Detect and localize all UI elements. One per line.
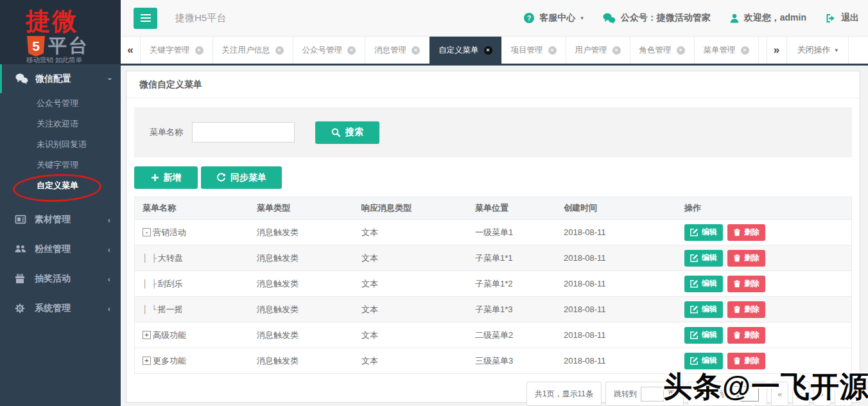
close-operations-dropdown[interactable]: 关闭操作 ▾ — [787, 37, 849, 64]
delete-button[interactable]: 删除 — [727, 353, 765, 369]
menu-name-cell: -营销活动 — [135, 227, 257, 238]
tab-label: 项目管理 — [511, 45, 543, 56]
tab-公众号管理[interactable]: 公众号管理× — [293, 37, 366, 64]
logout-button[interactable]: 退出 — [826, 12, 859, 24]
created-time-cell: 2018-08-11 — [564, 304, 684, 314]
edit-icon — [690, 305, 699, 313]
edit-icon — [690, 357, 699, 365]
tab-close-icon[interactable]: × — [412, 46, 420, 55]
pager-nav-button[interactable]: « — [771, 382, 788, 406]
user-icon — [730, 13, 739, 23]
app-title: 捷微H5平台 — [175, 12, 226, 24]
tab-菜单管理[interactable]: 菜单管理× — [695, 37, 759, 64]
created-time-cell: 2018-08-11 — [564, 279, 684, 288]
tab-用户管理[interactable]: 用户管理× — [566, 37, 630, 64]
pager-nav-button[interactable]: » — [835, 382, 852, 406]
tab-label: 用户管理 — [575, 45, 607, 56]
menu-name: 营销活动 — [153, 227, 186, 238]
trash-icon — [733, 357, 741, 365]
add-button[interactable]: 新增 — [134, 166, 198, 189]
service-center-label: 客服中心 — [539, 12, 575, 24]
sidebar-item-自定义菜单[interactable]: 自定义菜单 — [0, 175, 121, 196]
chevron-left-icon: ‹ — [108, 215, 110, 225]
tab-项目管理[interactable]: 项目管理× — [502, 37, 566, 64]
pager-nav-button[interactable]: ‹ — [792, 382, 810, 406]
tree-expand-icon[interactable]: + — [143, 357, 151, 365]
delete-button-label: 删除 — [744, 304, 759, 315]
tree-expand-icon[interactable]: + — [143, 331, 151, 339]
topbar-right: ? 客服中心 ▾ 公众号：捷微活动管家 欢迎您，admin 退出 — [524, 12, 868, 24]
pagination: 共1页，显示11条 跳转到 页 每页显示 «‹›» — [134, 382, 852, 406]
trash-icon — [733, 254, 741, 262]
per-page-input[interactable] — [731, 386, 759, 402]
delete-button[interactable]: 删除 — [727, 327, 765, 344]
menu-name-cell: │ └摇一摇 — [135, 304, 257, 315]
tab-close-icon[interactable]: × — [677, 46, 685, 55]
sidebar-section-wechat-config[interactable]: 微信配置 ‹ — [0, 64, 121, 93]
sidebar-item-关键字管理[interactable]: 关键字管理 — [0, 155, 121, 175]
tab-自定义菜单[interactable]: 自定义菜单× — [430, 37, 502, 64]
edit-button[interactable]: 编辑 — [684, 250, 723, 267]
delete-button-label: 删除 — [744, 330, 759, 340]
menu-name-input[interactable] — [192, 122, 295, 143]
brand-platform: 平台 — [48, 33, 89, 59]
tab-角色管理[interactable]: 角色管理× — [630, 37, 695, 64]
menu-type-cell: 消息触发类 — [257, 252, 361, 264]
edit-button[interactable]: 编辑 — [684, 224, 723, 241]
tab-close-icon[interactable]: × — [195, 46, 204, 55]
menu-name-cell: +高级功能 — [135, 330, 257, 341]
sync-menu-button[interactable]: 同步菜单 — [201, 166, 282, 189]
logout-icon — [826, 13, 836, 23]
delete-button[interactable]: 删除 — [727, 276, 765, 292]
tab-close-icon[interactable]: × — [484, 46, 492, 55]
users-icon — [15, 244, 26, 254]
sidebar-item-未识别回复语[interactable]: 未识别回复语 — [0, 134, 121, 155]
delete-button-label: 删除 — [744, 355, 759, 366]
edit-button[interactable]: 编辑 — [684, 327, 723, 344]
tab-label: 公众号管理 — [302, 45, 343, 56]
menu-name-cell: │ ├刮刮乐 — [135, 278, 257, 290]
tabs-scroll-left-button[interactable]: « — [121, 37, 141, 64]
delete-button[interactable]: 删除 — [727, 301, 765, 318]
tab-关注用户信息[interactable]: 关注用户信息× — [213, 37, 293, 64]
tab-label: 菜单管理 — [704, 45, 736, 56]
delete-button[interactable]: 删除 — [727, 250, 765, 267]
response-type-cell: 文本 — [361, 252, 475, 264]
tab-close-icon[interactable]: × — [741, 46, 749, 55]
edit-button[interactable]: 编辑 — [684, 353, 723, 369]
tab-close-icon[interactable]: × — [275, 46, 284, 55]
pager-page-unit: 页 — [668, 389, 675, 400]
sidebar-item-公众号管理[interactable]: 公众号管理 — [0, 93, 121, 114]
tab-close-icon[interactable]: × — [347, 46, 356, 55]
official-account: 公众号：捷微活动管家 — [603, 12, 711, 24]
menu-toggle-button[interactable] — [134, 8, 157, 29]
sidebar-item-关注欢迎语[interactable]: 关注欢迎语 — [0, 114, 121, 134]
pager-nav-button[interactable]: › — [813, 382, 831, 406]
menu-position-cell: 二级菜单2 — [475, 330, 564, 341]
tree-collapse-icon[interactable]: - — [143, 228, 151, 236]
edit-button[interactable]: 编辑 — [684, 276, 723, 292]
tree-branch-icon: │ ├ — [143, 254, 157, 263]
sidebar-section-粉丝管理[interactable]: 粉丝管理‹ — [0, 234, 121, 264]
tab-close-icon[interactable]: × — [612, 46, 621, 55]
search-form: 菜单名称 搜索 — [134, 107, 852, 157]
logo: 捷微 5 平台 移动营销 如此简单 — [0, 0, 121, 64]
sidebar-section-系统管理[interactable]: 系统管理‹ — [0, 294, 121, 323]
tab-消息管理[interactable]: 消息管理× — [365, 37, 430, 64]
toolbar: 新增 同步菜单 — [134, 166, 852, 189]
sidebar-section-抽奖活动[interactable]: 抽奖活动‹ — [0, 264, 121, 294]
tabs-scroll-right-button[interactable]: » — [767, 37, 787, 64]
menu-position-cell: 子菜单1*3 — [475, 304, 564, 315]
trash-icon — [733, 228, 741, 236]
tab-label: 关键字管理 — [150, 45, 190, 56]
tab-close-icon[interactable]: × — [548, 46, 557, 55]
search-button[interactable]: 搜索 — [315, 121, 379, 144]
delete-button[interactable]: 删除 — [727, 224, 765, 241]
tab-关键字管理[interactable]: 关键字管理× — [141, 37, 213, 64]
service-center-menu[interactable]: ? 客服中心 ▾ — [524, 12, 584, 24]
sidebar-section-素材管理[interactable]: 素材管理‹ — [0, 205, 121, 234]
actions-cell: 编辑删除 — [684, 353, 851, 369]
pager-jump-input[interactable] — [641, 387, 664, 402]
edit-button[interactable]: 编辑 — [684, 301, 723, 318]
menu-type-cell: 消息触发类 — [257, 355, 361, 367]
